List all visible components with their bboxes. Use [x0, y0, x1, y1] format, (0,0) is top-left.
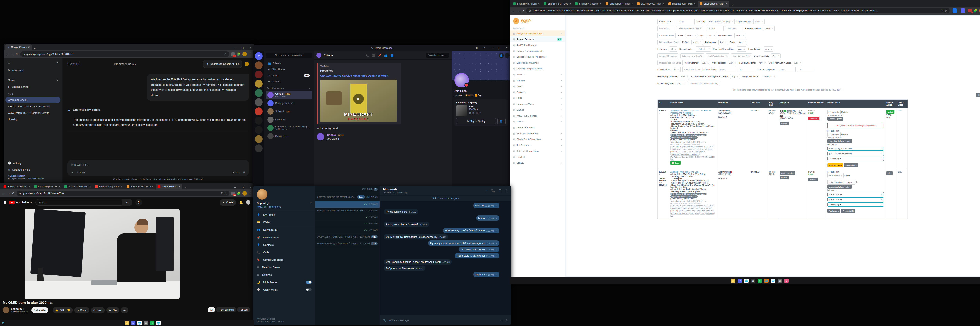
taskbar-discord-icon[interactable]: 🗨	[131, 321, 135, 325]
close-button[interactable]: ✕	[247, 46, 254, 50]
tab-close-icon[interactable]: ✕	[89, 185, 91, 188]
filter-input[interactable]: Pick Services Note	[731, 53, 752, 58]
menu-my-profile[interactable]: 👤My Profile	[253, 211, 315, 219]
settings-item[interactable]: ⚙Settings & help	[5, 166, 60, 173]
gems-item[interactable]: Gems›	[5, 77, 60, 83]
channel-name[interactable]: optimum ✓	[11, 307, 28, 310]
subscribe-button[interactable]: Subscribe	[31, 307, 48, 313]
extension-icon[interactable]: 649	[231, 192, 235, 195]
address-bar[interactable]: ⊜blazingboost.com/admin/dashboard/dashbo…	[526, 8, 950, 13]
dm-item[interactable]: Crissie HELLEXODIA +1	[266, 91, 312, 99]
address-bar[interactable]: ⊜gemini.google.com/app/9561be361f0105c7☆	[20, 51, 229, 57]
call-icon[interactable]: 📞	[366, 54, 369, 57]
tab-close-icon[interactable]: ✕	[694, 2, 696, 5]
voice-search-icon[interactable]: 🎙	[135, 199, 142, 206]
tab-close-icon[interactable]: ✕	[28, 46, 30, 49]
back-icon[interactable]: ←	[512, 9, 515, 12]
bookmark-star-icon[interactable]: ☆	[945, 9, 947, 12]
inbox-icon[interactable]: ▣	[473, 46, 480, 50]
booster-update-button[interactable]: Booster Update	[827, 117, 843, 121]
payout-button[interactable]: Payout	[780, 176, 789, 179]
menu-night-mode[interactable]: 🌙Night Mode	[253, 278, 315, 286]
filter-select[interactable]: Any˅	[737, 46, 746, 51]
add-friend-icon[interactable]: 👥	[384, 54, 388, 57]
menu-new-channel[interactable]: 📣New Channel	[253, 233, 315, 241]
model-picker[interactable]: Grammar Check ˅	[114, 62, 137, 66]
filter-select[interactable]: Any˅	[771, 53, 781, 58]
profile-avatar[interactable]	[242, 52, 247, 56]
customer-status-select[interactable]: Completed ˅	[827, 132, 841, 137]
tools-button[interactable]: ⚒ Tools	[76, 171, 86, 174]
filter-input[interactable]: Undercut source (admin name)	[688, 81, 720, 86]
reset-filter-button[interactable]: ⟳	[977, 93, 980, 97]
taskbar-spotify-icon[interactable]: ♫	[757, 278, 762, 283]
telegram-list-item[interactable]: 30.2.0.105 + Plugins.zip, Portable Adobe…	[315, 233, 380, 240]
profile-avatar[interactable]: S	[979, 8, 980, 13]
filter-input[interactable]: Update Field Text Value	[657, 60, 682, 66]
taskbar-chrome2-icon[interactable]: 🌐	[156, 321, 161, 325]
channel-avatar[interactable]	[3, 307, 10, 313]
update-button[interactable]: Update	[841, 111, 848, 113]
server-icon[interactable]	[255, 135, 262, 143]
telegram-list-item[interactable]: 29/1/20261	[315, 186, 380, 193]
proposals-button[interactable]: Proposals (0)	[844, 163, 858, 167]
telegram-list-item[interactable]: ✓5:22 AM	[315, 214, 380, 221]
filter-input[interactable]: Total Payout ≤ than %	[680, 53, 704, 58]
taskbar-folder-icon[interactable]: 📁	[731, 278, 735, 283]
translate-bar[interactable]: 文A Translate to English	[380, 195, 511, 201]
tab-close-icon[interactable]: ✕	[59, 185, 60, 188]
offer-row[interactable]: ▤ 7€ - PC Agraios Boss Kill☑	[827, 152, 884, 156]
tab-blazingboost-man[interactable]: BlazingBoost - Man✕	[667, 1, 698, 7]
filter-input[interactable]: From	[719, 67, 736, 72]
more-icon[interactable]: ⋯	[504, 53, 510, 58]
filter-input[interactable]: Discord	[706, 26, 724, 31]
telegram-list-item[interactable]: ну есть непрочитанные сообщения. Кап1В:.…	[315, 208, 380, 214]
applications-button[interactable]: Applications	[827, 209, 840, 213]
youtube-logo[interactable]: ▶YouTubeGB	[10, 200, 32, 205]
ayugram-preferences-link[interactable]: AyuGram Preferences	[257, 205, 312, 208]
tab-close-icon[interactable]: ✕	[600, 2, 602, 5]
server-icon[interactable]	[255, 126, 262, 134]
find-conversation-button[interactable]: Find or start a conversation	[266, 53, 312, 58]
refund-button[interactable]: Refund	[808, 178, 818, 181]
service-link[interactable]: Antedate - Arc Submachine Gun ⌕	[670, 171, 700, 173]
new-tab-button[interactable]: ＋	[729, 3, 735, 7]
filter-select[interactable]: All˅	[669, 46, 678, 51]
dm-item[interactable]: Funpay & G2G Service Request10 Members	[266, 124, 312, 132]
sidebar-chat-item[interactable]: Housing	[5, 116, 60, 123]
taskbar-calculator-icon[interactable]: ▦	[778, 278, 782, 283]
filter-select[interactable]: Any˅	[676, 81, 686, 86]
assign-service-button[interactable]: Assign Service	[780, 171, 795, 175]
hamburger-icon[interactable]: ☰	[8, 61, 10, 64]
search-icon[interactable]: ⌕	[942, 9, 943, 12]
filter-select[interactable]: select˅	[763, 26, 775, 31]
offer-row[interactable]: ▤ 20€ - Sherpa☑	[827, 197, 884, 201]
sidebar-item-wow-raid-calendar[interactable]: ▣WoW Raid Calendar›	[510, 113, 565, 119]
tab-my-oled-burn[interactable]: My OLED burn✕	[156, 184, 182, 190]
menu-new-group[interactable]: 👥New Group	[253, 226, 315, 233]
more-icon[interactable]: ⋮	[505, 189, 508, 193]
update-location-link[interactable]: Update location	[29, 177, 44, 180]
copy-button[interactable]: 📋 Copy	[670, 161, 681, 165]
extension-cam-icon[interactable]: 1	[968, 9, 972, 12]
reload-icon[interactable]: ⟳	[522, 9, 524, 12]
maximize-button[interactable]: ▢	[495, 46, 503, 50]
filter-input[interactable]: Customer Email	[657, 33, 676, 38]
back-icon[interactable]: ←	[6, 53, 9, 56]
telegram-input[interactable]: 📎Write a message...☺🎙	[380, 315, 511, 325]
menu-dots-icon[interactable]: ⋮	[249, 192, 252, 195]
tab-blazingboost-rea[interactable]: BlazingBoost - Rea✕	[125, 184, 156, 190]
prompt-input[interactable]: Ask Gemini 3 ＋ ⚒ Tools Fast ˅ 🎙	[67, 160, 249, 176]
filter-select[interactable]: Any˅	[793, 60, 802, 66]
tab-close-icon[interactable]: ✕	[631, 2, 633, 5]
sidebar-item-service-requests-all-games[interactable]: ▣Service Requests (All games)	[510, 54, 565, 60]
sidebar-item-mailbox[interactable]: ▣Mailbox›	[510, 119, 565, 125]
tab-close-icon[interactable]: ✕	[538, 2, 540, 5]
attach-icon[interactable]: 📎	[383, 318, 386, 322]
menu-contacts[interactable]: 👤Contacts	[253, 241, 315, 249]
filter-select[interactable]: Any˅	[764, 46, 773, 51]
sidebar-item-assign-services[interactable]: ▣Assign ServicesAll	[510, 36, 565, 42]
taskbar-app-icon[interactable]: ▦	[751, 278, 755, 283]
payout-button[interactable]: Payout	[780, 121, 789, 125]
taskbar-app2-icon[interactable]: S	[784, 278, 789, 283]
